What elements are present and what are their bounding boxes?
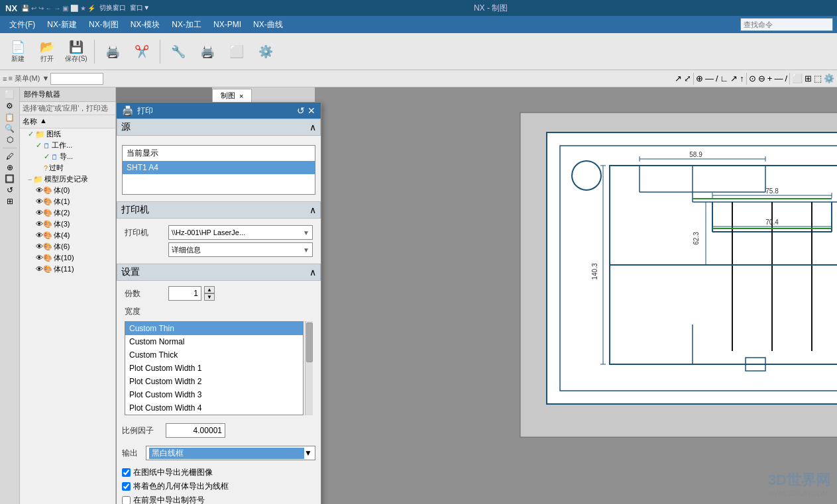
strip-icon-2[interactable]: ⚙ [6, 101, 13, 111]
crosshair-icon[interactable]: ⊕ [696, 74, 703, 83]
frame-button[interactable]: ⬜ [224, 39, 249, 64]
window-menu[interactable]: 窗口▼ [130, 3, 150, 13]
width-scrollbar[interactable] [305, 321, 313, 415]
angle-icon[interactable]: ∟ [720, 74, 729, 83]
cut-button[interactable]: ✂️ [129, 39, 154, 64]
drawing-tab[interactable]: 制图 × [212, 89, 252, 102]
checkbox1[interactable] [122, 468, 131, 477]
nav-item-body11[interactable]: 👁🎨 体(11) [20, 264, 115, 275]
folder-icon: 📁 [35, 130, 45, 139]
strip-icon-6[interactable]: 🖊 [6, 152, 14, 161]
nav-item-body6[interactable]: 👁🎨 体(6) [20, 241, 115, 252]
minus-circle-icon[interactable]: ⊖ [758, 74, 765, 83]
config-icon[interactable]: ⚙️ [824, 74, 834, 83]
source-list: 当前显示 SHT1 A4 [122, 145, 315, 195]
dialog-close-btn[interactable]: ✕ [307, 105, 315, 116]
width-item-1[interactable]: Custom Normal [125, 335, 303, 348]
strip-icon-1[interactable]: ⬜ [5, 90, 15, 99]
strip-icon-5[interactable]: ⬡ [7, 135, 13, 144]
settings-button[interactable]: 🔧 [166, 39, 191, 64]
scroll-thumb[interactable] [306, 323, 313, 362]
search-nav-input[interactable] [50, 73, 103, 85]
strip-icon-3[interactable]: 📋 [5, 113, 15, 122]
copies-input[interactable] [168, 286, 201, 301]
window-switch[interactable]: 切换窗口 [99, 3, 126, 13]
width-item-3[interactable]: Plot Custom Width 1 [125, 362, 303, 375]
width-item-0[interactable]: Custom Thin [125, 322, 303, 335]
nav-item-body4[interactable]: 👁🎨 体(4) [20, 230, 115, 241]
printer-section-header[interactable]: 打印机 ∧ [117, 201, 321, 219]
slash-icon[interactable]: / [785, 74, 787, 83]
nav-item-body2[interactable]: 👁🎨 体(2) [20, 207, 115, 219]
body-icon-2: 👁🎨 [36, 209, 52, 217]
plot-button[interactable]: 🖨️ [195, 39, 220, 64]
grid-icon[interactable]: ⊞ [805, 74, 812, 83]
zoom-icon[interactable]: ⤢ [684, 74, 691, 83]
gear-button[interactable]: ⚙️ [253, 39, 278, 64]
nav-item-body3[interactable]: 👁🎨 体(3) [20, 219, 115, 230]
detail-select[interactable]: 详细信息 ▼ [168, 242, 313, 257]
open-button[interactable]: 📂 打开 [34, 39, 60, 64]
printer-select[interactable]: \\Hz-001\HP LaserJe... ▼ [168, 225, 313, 240]
nav-item-drawings[interactable]: ✓ 📁 图纸 [20, 128, 115, 140]
nav-item-model-history[interactable]: − 📁 模型历史记录 [20, 174, 115, 185]
menu-module[interactable]: NX-模块 [125, 18, 166, 32]
nav-item-body1[interactable]: 👁🎨 体(1) [20, 196, 115, 207]
strip-icon-10[interactable]: ⊞ [7, 197, 13, 206]
width-item-2[interactable]: Custom Thick [125, 348, 303, 362]
col-sort[interactable]: ▲ [40, 117, 47, 126]
width-item-4[interactable]: Plot Custom Width 2 [125, 375, 303, 388]
nav-label-body4: 体(4) [54, 230, 70, 240]
rect-icon[interactable]: ⬜ [792, 74, 803, 83]
line-icon[interactable]: — [705, 74, 714, 83]
select-icon[interactable]: ↗ [675, 74, 682, 83]
source-item-sht1[interactable]: SHT1 A4 [123, 161, 315, 174]
search-input[interactable] [740, 18, 833, 31]
output-arrow: ▼ [304, 448, 312, 458]
copies-down[interactable]: ▼ [204, 293, 215, 301]
menu-machining[interactable]: NX-加工 [166, 18, 207, 32]
scale-input[interactable] [166, 423, 225, 438]
body-icon-11: 👁🎨 [36, 265, 52, 274]
strip-icon-9[interactable]: ↺ [7, 185, 13, 195]
strip-icon-7[interactable]: ⊕ [7, 163, 13, 172]
menu-pmi[interactable]: NX-PMI [208, 19, 247, 30]
output-select[interactable]: 黑白线框 ▼ [146, 446, 315, 460]
circle-icon[interactable]: ⊙ [749, 74, 756, 83]
nav-col-header: 名称 ▲ [20, 115, 115, 128]
arrow-icon[interactable]: ↗ [730, 74, 738, 83]
nav-item-body0[interactable]: 👁🎨 体(0) [20, 185, 115, 196]
print-toolbar-button[interactable]: 🖨️ [100, 39, 125, 64]
checkbox2[interactable] [122, 482, 131, 491]
menu-drawing[interactable]: NX-制图 [84, 18, 124, 32]
dialog-reset-btn[interactable]: ↺ [297, 105, 305, 116]
source-section-header[interactable]: 源 ∧ [117, 119, 321, 136]
width-item-5[interactable]: Plot Custom Width 3 [125, 388, 303, 401]
tab-close-icon[interactable]: × [239, 92, 243, 100]
title-icons: 💾 ↩ ↪ ← → ▣ ⬜ ★ ⚡ [21, 5, 95, 12]
up-arrow-icon[interactable]: ↑ [740, 74, 744, 83]
settings-section-header[interactable]: 设置 ∧ [117, 264, 321, 281]
strip-icon-8[interactable]: 🔲 [5, 174, 15, 183]
new-button[interactable]: 📄 新建 [5, 39, 30, 64]
menu-curve[interactable]: NX-曲线 [248, 18, 288, 32]
arc-icon[interactable]: / [716, 74, 718, 83]
hamburger-menu[interactable]: ≡ [3, 75, 7, 83]
dialog-title-bar: 🖨️ 打印 ↺ ✕ [117, 103, 321, 119]
nav-item-guide[interactable]: ✓ 🗒 导... [20, 151, 115, 162]
copies-up[interactable]: ▲ [204, 286, 215, 293]
menu-label[interactable]: ≡ 菜单(M) ▼ [8, 74, 49, 83]
save-button[interactable]: 💾 保存(S) [64, 39, 89, 64]
nav-item-outdated[interactable]: ? 过时 [20, 162, 115, 174]
plus-icon[interactable]: + [767, 74, 773, 83]
box-icon[interactable]: ⬚ [814, 74, 822, 83]
nav-item-body10[interactable]: 👁🎨 体(10) [20, 252, 115, 264]
checkbox3[interactable] [122, 496, 131, 504]
menu-new[interactable]: NX-新建 [42, 18, 82, 32]
dash-icon[interactable]: — [774, 74, 783, 83]
width-item-6[interactable]: Plot Custom Width 4 [125, 401, 303, 415]
menu-file[interactable]: 文件(F) [4, 18, 40, 32]
strip-icon-4[interactable]: 🔍 [5, 124, 15, 133]
nav-item-work[interactable]: ✓ 🗒 工作... [20, 140, 115, 151]
source-item-current[interactable]: 当前显示 [123, 146, 315, 161]
